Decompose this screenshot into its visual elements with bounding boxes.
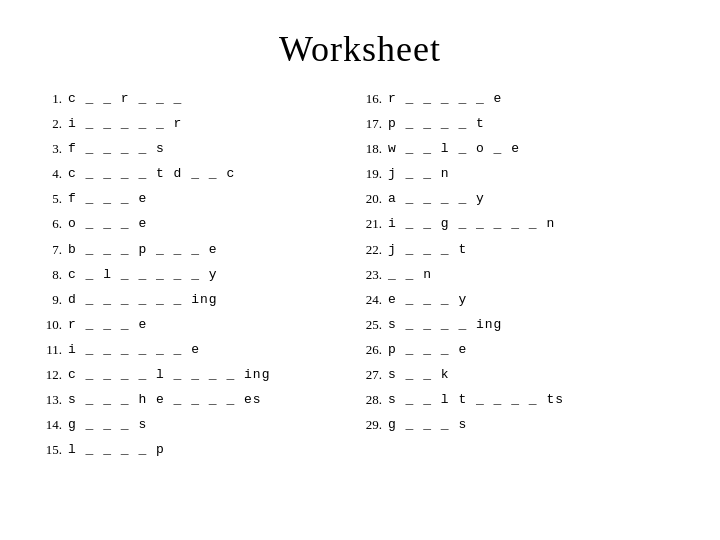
list-item: 10. r _ _ _ e [40, 314, 360, 336]
list-item: 6. o _ _ _ e [40, 213, 360, 235]
list-item: 21. i _ _ g _ _ _ _ _ n [360, 213, 680, 235]
list-item: 24. e _ _ _ y [360, 289, 680, 311]
item-word: g _ _ _ s [388, 414, 467, 436]
list-item: 7. b _ _ _ p _ _ _ e [40, 239, 360, 261]
item-number: 10. [40, 314, 68, 336]
item-word: _ _ n [388, 264, 432, 286]
list-item: 11. i _ _ _ _ _ _ e [40, 339, 360, 361]
item-word: e _ _ _ y [388, 289, 467, 311]
list-item: 15. l _ _ _ _ p [40, 439, 360, 461]
item-number: 13. [40, 389, 68, 411]
item-word: j _ _ _ t [388, 239, 467, 261]
item-word: s _ _ l t _ _ _ _ ts [388, 389, 564, 411]
item-word: j _ _ n [388, 163, 450, 185]
item-word: c _ _ r _ _ _ [68, 88, 182, 110]
item-word: p _ _ _ e [388, 339, 467, 361]
right-column: 16. r _ _ _ _ _ e 17. p _ _ _ _ t 18. w … [360, 88, 680, 461]
list-item: 1. c _ _ r _ _ _ [40, 88, 360, 110]
list-item: 29. g _ _ _ s [360, 414, 680, 436]
list-item: 26. p _ _ _ e [360, 339, 680, 361]
item-word: c _ l _ _ _ _ _ y [68, 264, 218, 286]
item-word: i _ _ _ _ _ r [68, 113, 182, 135]
list-item: 13. s _ _ _ h e _ _ _ _ es [40, 389, 360, 411]
item-number: 12. [40, 364, 68, 386]
item-number: 15. [40, 439, 68, 461]
left-column: 1. c _ _ r _ _ _ 2. i _ _ _ _ _ r 3. f _… [40, 88, 360, 461]
list-item: 14. g _ _ _ s [40, 414, 360, 436]
item-number: 7. [40, 239, 68, 261]
item-number: 5. [40, 188, 68, 210]
item-word: f _ _ _ e [68, 188, 147, 210]
list-item: 25. s _ _ _ _ ing [360, 314, 680, 336]
item-number: 9. [40, 289, 68, 311]
list-item: 2. i _ _ _ _ _ r [40, 113, 360, 135]
item-number: 11. [40, 339, 68, 361]
list-item: 8. c _ l _ _ _ _ _ y [40, 264, 360, 286]
item-word: i _ _ g _ _ _ _ _ n [388, 213, 555, 235]
list-item: 3. f _ _ _ _ s [40, 138, 360, 160]
item-word: c _ _ _ _ l _ _ _ _ ing [68, 364, 270, 386]
item-number: 2. [40, 113, 68, 135]
item-number: 18. [360, 138, 388, 160]
item-word: c _ _ _ _ t d _ _ c [68, 163, 235, 185]
item-number: 4. [40, 163, 68, 185]
item-number: 14. [40, 414, 68, 436]
list-item: 27. s _ _ k [360, 364, 680, 386]
item-word: r _ _ _ e [68, 314, 147, 336]
item-number: 22. [360, 239, 388, 261]
item-number: 20. [360, 188, 388, 210]
item-word: a _ _ _ _ y [388, 188, 485, 210]
item-number: 3. [40, 138, 68, 160]
item-word: s _ _ _ _ ing [388, 314, 502, 336]
item-number: 16. [360, 88, 388, 110]
list-item: 18. w _ _ l _ o _ e [360, 138, 680, 160]
list-item: 28. s _ _ l t _ _ _ _ ts [360, 389, 680, 411]
item-word: s _ _ _ h e _ _ _ _ es [68, 389, 262, 411]
list-item: 19. j _ _ n [360, 163, 680, 185]
list-item: 9. d _ _ _ _ _ _ ing [40, 289, 360, 311]
item-word: p _ _ _ _ t [388, 113, 485, 135]
list-item: 4. c _ _ _ _ t d _ _ c [40, 163, 360, 185]
item-number: 27. [360, 364, 388, 386]
list-item: 23. _ _ n [360, 264, 680, 286]
item-number: 29. [360, 414, 388, 436]
list-item: 16. r _ _ _ _ _ e [360, 88, 680, 110]
page-title: Worksheet [0, 0, 720, 88]
list-item: 5. f _ _ _ e [40, 188, 360, 210]
item-word: w _ _ l _ o _ e [388, 138, 520, 160]
item-number: 1. [40, 88, 68, 110]
item-number: 19. [360, 163, 388, 185]
item-word: s _ _ k [388, 364, 450, 386]
item-number: 25. [360, 314, 388, 336]
item-word: f _ _ _ _ s [68, 138, 165, 160]
item-word: i _ _ _ _ _ _ e [68, 339, 200, 361]
item-number: 21. [360, 213, 388, 235]
item-word: d _ _ _ _ _ _ ing [68, 289, 218, 311]
item-word: g _ _ _ s [68, 414, 147, 436]
item-number: 24. [360, 289, 388, 311]
item-number: 6. [40, 213, 68, 235]
item-number: 26. [360, 339, 388, 361]
list-item: 12. c _ _ _ _ l _ _ _ _ ing [40, 364, 360, 386]
list-item: 20. a _ _ _ _ y [360, 188, 680, 210]
list-item: 22. j _ _ _ t [360, 239, 680, 261]
item-word: b _ _ _ p _ _ _ e [68, 239, 218, 261]
list-item: 17. p _ _ _ _ t [360, 113, 680, 135]
item-word: r _ _ _ _ _ e [388, 88, 502, 110]
item-number: 28. [360, 389, 388, 411]
item-word: o _ _ _ e [68, 213, 147, 235]
item-number: 17. [360, 113, 388, 135]
item-number: 8. [40, 264, 68, 286]
item-number: 23. [360, 264, 388, 286]
worksheet-columns: 1. c _ _ r _ _ _ 2. i _ _ _ _ _ r 3. f _… [0, 88, 720, 461]
item-word: l _ _ _ _ p [68, 439, 165, 461]
